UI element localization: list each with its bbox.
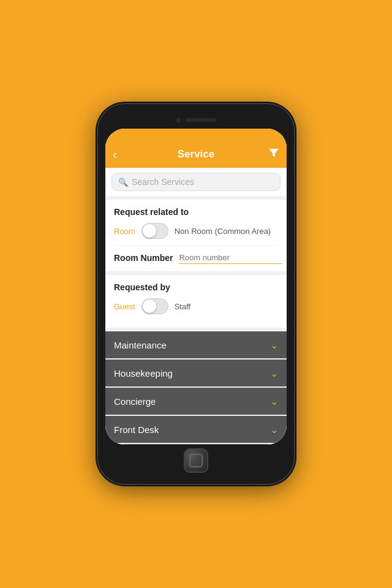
requested-section-title: Requested by	[114, 282, 278, 292]
search-bar[interactable]: 🔍 Search Services	[111, 173, 281, 191]
home-button[interactable]	[184, 448, 208, 473]
category-label: Maintenance	[114, 340, 167, 350]
room-toggle[interactable]	[141, 223, 168, 239]
request-section: Request related to Room Non Room (Common…	[105, 200, 287, 271]
guest-toggle-row: Guest Staff	[114, 298, 278, 314]
category-front-desk[interactable]: Front Desk ⌄	[105, 416, 287, 443]
category-concierge[interactable]: Concierge ⌄	[105, 388, 287, 415]
category-maintenance[interactable]: Maintenance ⌄	[105, 331, 287, 358]
phone-screen: ‹ Service 🔍 Search Services Request r	[105, 129, 287, 445]
category-label: Front Desk	[114, 424, 159, 435]
phone-frame: ‹ Service 🔍 Search Services Request r	[98, 104, 294, 484]
room-number-label: Room Number	[114, 253, 173, 263]
app-screen: ‹ Service 🔍 Search Services Request r	[105, 129, 287, 445]
requested-section: Requested by Guest Staff	[105, 275, 287, 328]
room-number-row: Room Number	[114, 245, 278, 264]
staff-label: Staff	[175, 302, 191, 311]
phone-bottom	[184, 445, 208, 477]
guest-toggle-knob	[143, 300, 156, 313]
camera	[176, 118, 181, 123]
non-room-label: Non Room (Common Area)	[175, 227, 271, 236]
chevron-down-icon: ⌄	[270, 368, 278, 379]
nav-bar: ‹ Service	[105, 141, 287, 168]
chevron-down-icon: ⌄	[270, 424, 278, 435]
search-icon: 🔍	[118, 178, 128, 187]
guest-toggle[interactable]	[141, 298, 168, 314]
search-container: 🔍 Search Services	[105, 168, 287, 196]
room-label: Room	[114, 227, 135, 236]
request-section-title: Request related to	[114, 207, 278, 217]
room-toggle-row: Room Non Room (Common Area)	[114, 223, 278, 239]
search-placeholder: Search Services	[132, 177, 194, 187]
chevron-down-icon: ⌄	[270, 339, 278, 351]
home-button-inner	[189, 454, 203, 467]
filter-button[interactable]	[261, 148, 279, 162]
chevron-down-icon: ⌄	[270, 396, 278, 407]
phone-top-bar	[176, 111, 216, 129]
category-housekeeping[interactable]: Housekeeping ⌄	[105, 360, 287, 386]
speaker	[186, 118, 216, 122]
guest-label: Guest	[114, 302, 135, 311]
categories-list: Maintenance ⌄ Housekeeping ⌄ Concierge ⌄…	[105, 331, 287, 445]
category-label: Concierge	[114, 396, 156, 407]
back-button[interactable]: ‹	[113, 148, 131, 162]
status-bar	[105, 129, 287, 141]
room-number-input[interactable]	[179, 252, 282, 264]
nav-title: Service	[131, 148, 261, 160]
category-label: Housekeeping	[114, 368, 173, 379]
toggle-knob	[143, 224, 156, 238]
